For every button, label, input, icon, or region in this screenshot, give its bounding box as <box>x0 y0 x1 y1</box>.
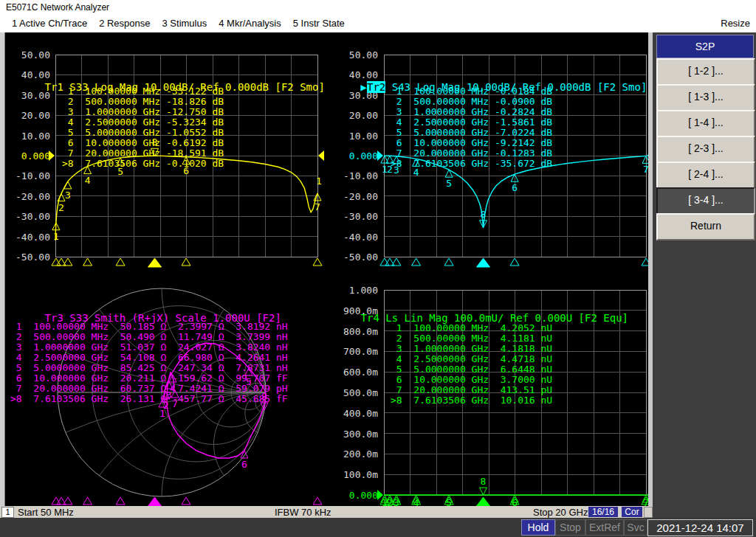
y-axis-label: 500.0m <box>334 387 378 398</box>
softkey-button-1-2[interactable]: [ 1-2 ]... <box>656 58 755 86</box>
left-window-edge <box>0 32 5 506</box>
marker-table-row: >8 7.6103506 GHz 10.016 nU <box>391 395 552 406</box>
softkey-menu-title: S2P <box>656 35 754 58</box>
y-axis-label: 0.000 <box>334 490 378 500</box>
marker-table-row: 7 20.000000 GHz -0.1283 dB <box>391 148 552 159</box>
marker-table-row: 5 5.0000000 GHz -7.0224 dB <box>391 128 552 138</box>
softkey-button-3-4[interactable]: [ 3-4 ]... <box>656 187 755 215</box>
marker-table-row: 5 5.0000000 GHz 85.425 Ω 247.34 Ω 7.8731… <box>10 363 288 373</box>
marker-table-row: 3 1.0000000 GHz 51.037 Ω 24.027 Ω 3.8240… <box>10 342 288 353</box>
marker-table-row: 6 10.000000 GHz -9.2142 dB <box>391 138 552 148</box>
marker-table-row: 7 20.000000 GHz -18.591 dB <box>62 148 224 159</box>
y-axis-label: 0.000 <box>6 150 50 161</box>
svg-text:3: 3 <box>65 190 71 201</box>
svg-text:8: 8 <box>481 209 487 220</box>
y-axis-label: 10.00 <box>6 131 50 141</box>
svg-text:1: 1 <box>53 231 59 242</box>
return-button[interactable]: Return <box>656 213 755 240</box>
extref-indicator: ExtRef <box>585 519 624 536</box>
status-bar: 1 Start 50 MHz IFBW 70 kHz Stop 20 GHz 1… <box>0 506 653 518</box>
marker-table-row: 4 2.5000000 GHz -1.5861 dB <box>391 117 552 128</box>
y-axis-label: -30.00 <box>334 211 378 221</box>
softkey-button-1-4[interactable]: [ 1-4 ]... <box>656 110 755 137</box>
menu-item-1[interactable]: 1 Active Ch/Trace <box>12 18 87 29</box>
y-axis-label: -20.00 <box>6 191 50 201</box>
marker-table-row: 5 5.0000000 GHz 6.6448 nU <box>391 364 552 375</box>
softkey-button-2-3[interactable]: [ 2-3 ]... <box>656 136 755 163</box>
y-axis-label: 400.0m <box>334 408 378 418</box>
stop-indicator: Stop <box>555 519 585 536</box>
y-axis-label: 50.00 <box>334 49 378 60</box>
y-axis-label: 0.000 <box>334 150 378 161</box>
menu-item-3[interactable]: 3 Stimulus <box>162 18 207 29</box>
marker-table-row: 2 500.00000 MHz 50.490 Ω 11.749 Ω 3.7399… <box>10 332 288 342</box>
tr3-stimulus-markers <box>52 497 322 506</box>
marker-table-row: 2 500.00000 MHz -0.0900 dB <box>391 97 552 107</box>
y-axis-label: 200.0m <box>334 448 378 459</box>
window-title-bar: E5071C Network Analyzer <box>0 0 756 15</box>
menu-item-5[interactable]: 5 Instr State <box>293 18 345 29</box>
application-window: E5071C Network Analyzer 1 Active Ch/Trac… <box>0 0 756 537</box>
marker-table-row: 2 500.00000 MHz 4.1181 nU <box>391 333 552 344</box>
y-axis-label: -50.00 <box>334 252 378 262</box>
svg-text:6: 6 <box>512 182 518 193</box>
stop-frequency-label: Stop 20 GHz <box>533 507 588 518</box>
softkey-button-2-4[interactable]: [ 2-4 ]... <box>656 162 755 189</box>
softkey-panel: S2P [ 1-2 ]...[ 1-3 ]...[ 1-4 ]...[ 2-3 … <box>653 32 756 518</box>
svg-text:4: 4 <box>85 175 91 186</box>
marker-table-row: 5 5.0000000 GHz -1.0552 dB <box>62 128 224 138</box>
y-axis-label: -10.00 <box>334 170 378 181</box>
marker-table-row: 3 1.0000000 GHz -12.750 dB <box>62 107 224 117</box>
ifbw-label: IFBW 70 kHz <box>275 507 331 518</box>
correction-badge: Cor <box>622 507 642 517</box>
window-title: E5071C Network Analyzer <box>6 2 109 13</box>
y-axis-label: 50.00 <box>6 49 50 60</box>
marker-table-row: 1 100.00000 MHz 50.185 Ω 2.3997 Ω 3.8192… <box>10 322 288 332</box>
y-axis-label: 1.000 <box>334 285 378 295</box>
marker-table-row: >8 7.6103506 GHz -35.672 dB <box>391 159 552 169</box>
menu-resize[interactable]: Resize <box>721 18 750 29</box>
marker-table-row: >8 7.6103506 GHz -0.1020 dB <box>62 159 224 169</box>
sweep-points-badge: 16/16 <box>588 507 618 517</box>
instrument-display: 123456718123456781234567812345678 Tr1 S3… <box>0 32 653 506</box>
marker-table-row: 3 1.0000000 GHz -0.2824 dB <box>391 107 552 117</box>
marker-table-row: 6 10.000000 GHz 3.7000 nU <box>391 375 552 385</box>
svg-text:2: 2 <box>58 202 64 213</box>
menu-items: 1 Active Ch/Trace2 Response3 Stimulus4 M… <box>0 16 345 29</box>
tr1-name: Tr1 <box>45 81 63 93</box>
marker-table-row: 6 10.000000 GHz -0.6192 dB <box>62 138 224 148</box>
marker-table-row: 4 2.5000000 GHz -5.3234 dB <box>62 117 224 128</box>
marker-table-row: 4 2.5000000 GHz 54.108 Ω 66.980 Ω 4.2641… <box>10 353 288 363</box>
y-axis-label: 700.0m <box>334 346 378 356</box>
y-axis-label: 100.0m <box>334 469 378 479</box>
y-axis-label: -10.00 <box>6 170 50 181</box>
marker-table-row: 1 100.00000 MHz -0.0184 dB <box>391 86 552 97</box>
marker-table-row: 6 10.000000 GHz 20.211 Ω -159.62 Ω 99.70… <box>10 373 288 384</box>
svg-text:8: 8 <box>481 476 487 487</box>
tr2-marker-table: 1 100.00000 MHz -0.0184 dB 2 500.00000 M… <box>391 86 552 169</box>
marker-table-row: 7 20.000000 GHz 60.737 Ω 7.4241 Ω 59.079… <box>10 384 288 394</box>
menu-item-2[interactable]: 2 Response <box>99 18 150 29</box>
marker-table-row: 4 2.5000000 GHz 4.4718 nU <box>391 354 552 364</box>
datetime-display: 2021-12-24 14:07 <box>647 519 753 536</box>
y-axis-label: 300.0m <box>334 429 378 439</box>
marker-table-row: 7 20.000000 GHz 413.51 pU <box>391 385 552 395</box>
channel-number-box: 1 <box>1 507 14 518</box>
active-trace-arrow-icon: ▶ <box>361 81 367 93</box>
softkey-button-1-3[interactable]: [ 1-3 ]... <box>656 84 755 111</box>
system-status-bar: Hold Stop ExtRef Svc 2021-12-24 14:07 <box>0 518 756 537</box>
y-axis-label: 20.00 <box>334 110 378 120</box>
tr4-name: Tr4 <box>361 312 379 324</box>
marker-table-row: 3 1.0000000 GHz 4.1818 nU <box>391 344 552 354</box>
marker-table-row: >8 7.6103506 GHz 26.131 Ω -457.77 Ω 45.6… <box>10 394 288 404</box>
svg-text:5: 5 <box>446 178 452 189</box>
marker-table-row: 2 500.00000 MHz -18.826 dB <box>62 97 224 107</box>
svg-text:7: 7 <box>315 201 320 212</box>
tr3-marker-table: 1 100.00000 MHz 50.185 Ω 2.3997 Ω 3.8192… <box>10 322 288 404</box>
menu-bar: 1 Active Ch/Trace2 Response3 Stimulus4 M… <box>0 15 756 32</box>
menu-item-4[interactable]: 4 Mkr/Analysis <box>219 18 281 29</box>
svg-text:1: 1 <box>316 176 322 187</box>
marker-table-row: 1 100.00000 MHz 4.2052 nU <box>391 323 552 333</box>
y-axis-label: -30.00 <box>6 211 50 221</box>
y-axis-label: 10.00 <box>334 131 378 141</box>
